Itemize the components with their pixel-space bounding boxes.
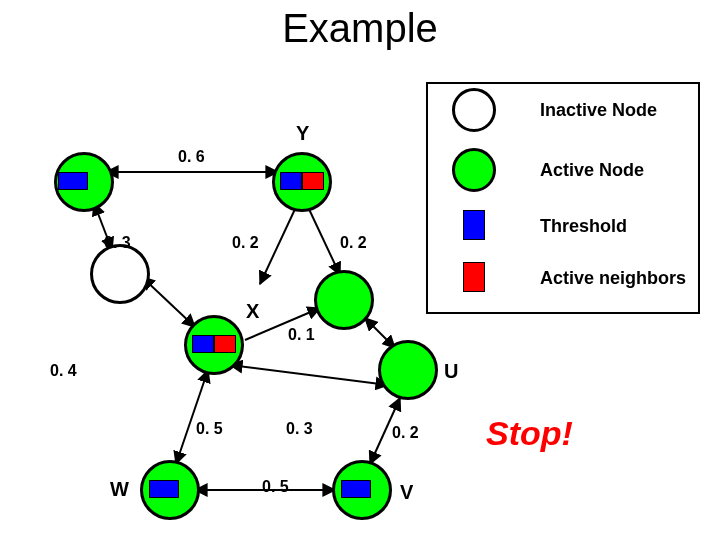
node-u [378, 340, 438, 400]
label-y: Y [296, 122, 309, 145]
weight-04: 0. 4 [50, 362, 77, 380]
label-w: W [110, 478, 129, 501]
label-u: U [444, 360, 458, 383]
legend-active-node-icon [452, 148, 496, 192]
weight-05: 0. 5 [196, 420, 223, 438]
legend-inactive-node-icon [452, 88, 496, 132]
legend-label-active-neighbors: Active neighbors [540, 268, 686, 289]
svg-line-7 [230, 365, 388, 385]
label-v: V [400, 481, 413, 504]
bar-threshold-top-left [58, 172, 88, 190]
legend-threshold-swatch [463, 210, 485, 240]
node-mid-right [314, 270, 374, 330]
bars-y [280, 172, 324, 190]
bar-threshold-v [341, 480, 371, 498]
page-title: Example [0, 6, 720, 51]
legend-activeneighbors-swatch [463, 262, 485, 292]
weight-05-wv: 0. 5 [262, 478, 289, 496]
weight-02-uv: 0. 2 [392, 424, 419, 442]
label-x: X [246, 300, 259, 323]
weight-02-left: 0. 2 [232, 234, 259, 252]
svg-line-4 [142, 277, 195, 327]
bar-threshold-w [149, 480, 179, 498]
weight-02-mid: 0. 2 [340, 234, 367, 252]
weight-03-near-u: 0. 3 [286, 420, 313, 438]
diagram-stage: Example Inactive Node Active Node Thresh… [0, 0, 720, 540]
legend-label-inactive: Inactive Node [540, 100, 657, 121]
svg-line-6 [365, 318, 395, 348]
svg-line-8 [176, 370, 208, 464]
weight-03-left: 0. 3 [104, 234, 131, 252]
legend-label-active: Active Node [540, 160, 644, 181]
weight-06: 0. 6 [178, 148, 205, 166]
legend-label-threshold: Threshold [540, 216, 627, 237]
svg-line-2 [260, 207, 296, 284]
bars-x [192, 335, 236, 353]
weight-01: 0. 1 [288, 326, 315, 344]
svg-line-3 [308, 207, 340, 275]
node-mid-left [90, 244, 150, 304]
stop-label: Stop! [486, 414, 573, 453]
